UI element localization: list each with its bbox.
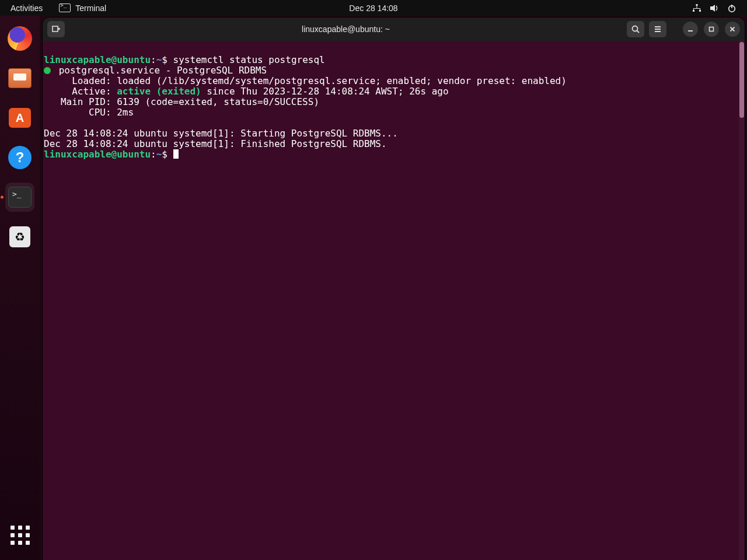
show-applications-button[interactable] <box>5 520 34 550</box>
svg-rect-1 <box>693 10 694 12</box>
svg-point-13 <box>633 26 638 32</box>
topbar-clock[interactable]: Dec 28 14:08 <box>349 4 397 13</box>
network-icon[interactable] <box>692 4 701 13</box>
terminal-cursor <box>173 149 179 159</box>
prompt2-sep1: : <box>151 149 156 160</box>
active-label: Active: <box>44 86 117 97</box>
prompt-path: ~ <box>156 54 162 65</box>
help-icon: ? <box>8 146 32 169</box>
window-titlebar: linuxcapable@ubuntu: ~ <box>43 18 745 41</box>
svg-rect-5 <box>693 8 694 10</box>
log-line-1: Dec 28 14:08:24 ubuntu systemd[1]: Start… <box>44 128 398 139</box>
prompt-sep2: $ <box>162 54 167 65</box>
cpu-line: CPU: 2ms <box>44 107 134 118</box>
active-value: active (exited) <box>117 86 201 97</box>
svg-rect-10 <box>53 26 58 32</box>
hamburger-menu-button[interactable] <box>649 21 666 37</box>
prompt-sep1: : <box>151 54 156 65</box>
svg-rect-4 <box>693 8 700 9</box>
loaded-line: Loaded: loaded (/lib/systemd/system/post… <box>44 75 567 86</box>
terminal-output[interactable]: linuxcapable@ubuntu:~$ systemctl status … <box>43 41 745 560</box>
files-icon <box>8 68 32 88</box>
topbar-running-app-label: Terminal <box>75 4 106 13</box>
prompt2-sep2: $ <box>162 149 167 160</box>
dock-app-terminal[interactable] <box>5 183 34 212</box>
dock-app-trash[interactable]: ♻ <box>5 222 34 251</box>
window-title: linuxcapable@ubuntu: ~ <box>69 24 622 34</box>
ubuntu-dock: ? ♻ <box>0 16 40 560</box>
terminal-scrollbar[interactable] <box>739 41 745 560</box>
dock-app-help[interactable]: ? <box>5 143 34 172</box>
main-pid-line: Main PID: 6139 (code=exited, status=0/SU… <box>44 96 319 107</box>
firefox-icon <box>8 26 32 51</box>
dock-app-files[interactable] <box>5 64 34 93</box>
svg-rect-6 <box>700 8 700 10</box>
dock-app-firefox[interactable] <box>5 24 34 53</box>
svg-marker-7 <box>710 5 715 12</box>
power-icon[interactable] <box>727 4 736 13</box>
terminal-scroll-thumb[interactable] <box>739 42 744 118</box>
window-close-button[interactable] <box>725 22 740 37</box>
dock-app-software[interactable] <box>5 103 34 132</box>
svg-rect-3 <box>697 6 697 8</box>
prompt2-user: linuxcapable@ubuntu <box>44 149 151 160</box>
gnome-top-bar: Activities Terminal Dec 28 14:08 <box>0 0 747 16</box>
unit-line: postgresql.service - PostgreSQL RDBMS <box>53 65 267 76</box>
prompt2-path: ~ <box>156 149 162 160</box>
new-tab-button[interactable] <box>47 21 65 37</box>
entered-command: systemctl status postgresql <box>173 54 325 65</box>
volume-icon[interactable] <box>710 4 719 13</box>
window-maximize-button[interactable] <box>704 22 719 37</box>
svg-line-14 <box>637 31 640 33</box>
active-rest: since Thu 2023-12-28 14:08:24 AWST; 26s … <box>201 86 449 97</box>
log-line-2: Dec 28 14:08:24 ubuntu systemd[1]: Finis… <box>44 138 387 149</box>
window-minimize-button[interactable] <box>683 22 698 37</box>
terminal-app-icon <box>8 187 32 208</box>
topbar-running-app[interactable]: Terminal <box>53 4 112 13</box>
prompt-user: linuxcapable@ubuntu <box>44 54 151 65</box>
svg-rect-2 <box>699 10 701 12</box>
svg-rect-19 <box>710 27 714 32</box>
trash-icon: ♻ <box>9 226 30 247</box>
terminal-glyph-icon <box>59 4 71 12</box>
terminal-window: linuxcapable@ubuntu: ~ linuxcapable@ubun… <box>43 18 745 560</box>
svg-rect-0 <box>696 4 698 6</box>
search-button[interactable] <box>627 21 644 37</box>
software-center-icon <box>9 108 31 128</box>
activities-button[interactable]: Activities <box>0 4 53 13</box>
status-dot-icon <box>44 67 51 74</box>
